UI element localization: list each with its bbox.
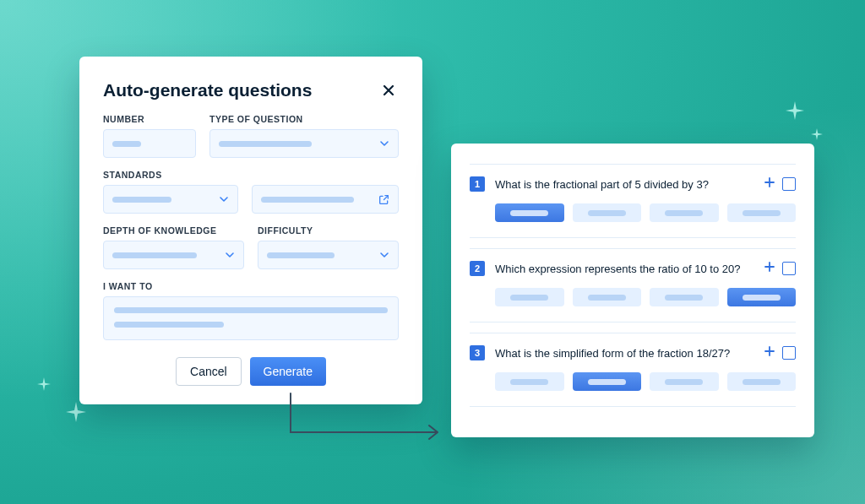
i-want-to-label: I WANT TO [103, 281, 399, 291]
difficulty-label: DIFFICULTY [258, 225, 399, 236]
question-checkbox[interactable] [782, 262, 796, 275]
question-number-badge: 3 [470, 345, 485, 360]
number-label: NUMBER [103, 114, 196, 124]
difficulty-select[interactable] [258, 241, 399, 269]
sparkle-decoration [66, 402, 86, 422]
question-item: 3What is the simplified form of the frac… [470, 333, 796, 407]
generated-questions-panel: 1What is the fractional part of 5 divide… [451, 144, 814, 437]
auto-generate-modal: Auto-generate questions NUMBER TYPE OF Q… [79, 57, 422, 404]
number-input[interactable] [103, 129, 196, 158]
answer-option[interactable] [495, 372, 564, 391]
standards-link-input[interactable] [252, 185, 399, 214]
add-question-button[interactable] [764, 176, 775, 192]
answer-option[interactable] [650, 288, 719, 306]
chevron-down-icon [379, 250, 389, 260]
type-of-question-select[interactable] [209, 129, 399, 158]
external-link-icon [378, 194, 389, 205]
answer-option[interactable] [495, 288, 564, 306]
answer-option[interactable] [727, 288, 797, 306]
sparkle-decoration [811, 128, 823, 140]
question-item: 1What is the fractional part of 5 divide… [470, 164, 796, 238]
question-checkbox[interactable] [782, 346, 796, 360]
question-text: Which expression represents the ratio of… [495, 263, 753, 275]
depth-of-knowledge-select[interactable] [103, 241, 244, 269]
answer-option[interactable] [650, 372, 719, 391]
answer-option[interactable] [573, 288, 642, 306]
standards-label: STANDARDS [103, 170, 399, 180]
answer-option[interactable] [495, 203, 564, 222]
answer-option[interactable] [573, 372, 642, 391]
answer-option[interactable] [727, 372, 797, 391]
modal-title: Auto-generate questions [103, 80, 312, 100]
depth-label: DEPTH OF KNOWLEDGE [103, 225, 244, 236]
answer-option[interactable] [650, 203, 719, 222]
question-checkbox[interactable] [782, 177, 796, 191]
chevron-down-icon [219, 194, 229, 204]
close-button[interactable] [378, 80, 399, 100]
cancel-button[interactable]: Cancel [176, 357, 242, 386]
chevron-down-icon [225, 250, 235, 260]
question-item: 2Which expression represents the ratio o… [470, 248, 796, 322]
answer-option[interactable] [727, 203, 797, 222]
generate-button[interactable]: Generate [250, 357, 326, 386]
question-text: What is the simplified form of the fract… [495, 347, 753, 360]
standards-select[interactable] [103, 185, 238, 214]
question-number-badge: 2 [470, 261, 485, 276]
question-number-badge: 1 [470, 176, 485, 192]
sparkle-decoration [786, 101, 804, 120]
add-question-button[interactable] [764, 261, 775, 276]
question-text: What is the fractional part of 5 divided… [495, 178, 753, 191]
add-question-button[interactable] [764, 345, 775, 360]
sparkle-decoration [37, 377, 51, 391]
chevron-down-icon [379, 138, 389, 149]
i-want-to-textarea[interactable] [103, 296, 399, 340]
answer-option[interactable] [573, 203, 642, 222]
type-label: TYPE OF QUESTION [209, 114, 399, 124]
